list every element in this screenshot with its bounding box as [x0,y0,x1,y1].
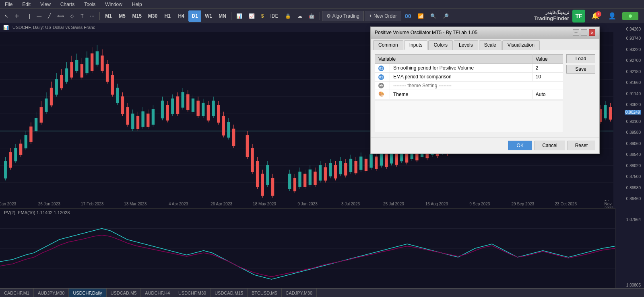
date-label-12: 9 Sep 2023 [469,202,490,206]
dialog-tab-levels[interactable]: Levels [454,40,478,50]
chart-type-btn[interactable]: 📊 [233,10,245,22]
row-var-4: Theme [390,90,533,99]
signal-btn[interactable]: 📶 [415,10,427,22]
dialog-close-btn[interactable]: ✕ [589,29,595,36]
period-m15[interactable]: M15 [129,10,144,22]
price-12: 0.88540 [626,152,641,157]
period-m1[interactable]: M1 [102,10,115,22]
dialog-tab-inputs[interactable]: Inputs [404,40,428,50]
tool-trendline[interactable]: ╱ [45,10,54,22]
row-val-1[interactable]: 2 [532,64,563,73]
tab-usdchf-daily[interactable]: USDCHF,Daily [69,289,106,297]
tool-vline[interactable]: | [26,10,33,22]
tab-cadjpy-m30[interactable]: CADJPY,M30 [282,289,317,297]
period-mn[interactable]: MN [216,10,229,22]
status-indicator [622,12,638,20]
menu-file[interactable]: File [3,1,14,8]
table-row[interactable]: 🎨 Theme Auto [375,90,563,99]
price-10: 0.89580 [626,130,641,135]
menu-tools[interactable]: Tools [83,1,97,8]
period-w1[interactable]: W1 [202,10,215,22]
tool-channel[interactable]: ⟺ [54,10,67,22]
save-btn[interactable]: Save [566,65,595,74]
price-2: 0.93220 [626,47,641,52]
row-icon-1: 01 [375,64,390,73]
menu-charts[interactable]: Charts [59,1,76,8]
price-13: 0.88020 [626,164,641,168]
robot-btn[interactable]: 🤖 [306,10,318,22]
zoom-mag-btn[interactable]: 🔍 [427,10,439,22]
date-label-15: 14 Nov 2023 [605,200,613,208]
brand-arabic: تریدینگ‌فایندر [545,10,569,15]
user-btn[interactable]: 👤 [605,10,619,22]
menu-view[interactable]: View [39,1,52,8]
zoom-out-btn[interactable]: 🔎 [440,10,452,22]
tool-text[interactable]: T [78,10,86,22]
tool-shapes[interactable]: ◇ [68,10,77,22]
indicator-svg [0,209,615,288]
balance-display[interactable]: 00 [402,10,414,22]
dialog-tab-colors[interactable]: Colors [428,40,453,50]
tool-hline[interactable]: — [34,10,44,22]
price-16: 0.86460 [626,197,641,201]
dialog-tab-visualization[interactable]: Visualization [502,40,540,50]
tab-usdcad-m5[interactable]: USDCAD,M5 [107,289,141,297]
tool-more[interactable]: ⋯ [87,10,97,22]
menu-help[interactable]: Help [130,1,144,8]
tab-audchf-h4[interactable]: AUDCHF,H4 [141,289,174,297]
date-label-13: 29 Sep 2023 [511,202,534,206]
var-icon-ab: ab [378,83,384,88]
dialog-title-bar: Positive Volume Oscillator MT5 - By TFLa… [371,27,599,39]
dollar-btn[interactable]: $ [258,10,267,22]
sync-btn[interactable]: ☁ [295,10,305,22]
col-variable: Variable [375,55,533,64]
tab-usdcad-m15[interactable]: USDCAD,M15 [211,289,248,297]
load-btn[interactable]: Load [566,54,595,63]
date-label-14: 23 Oct 2023 [555,202,577,206]
reset-btn[interactable]: Reset [568,141,595,150]
dialog-maximize-btn[interactable]: □ [581,29,587,36]
lock-btn[interactable]: 🔒 [282,10,294,22]
algo-trading-btn[interactable]: ⚙ Algo Trading [322,11,364,21]
brand-logo: TF [572,10,585,23]
price-11: 0.89060 [626,141,641,146]
dialog-window-controls: ─ □ ✕ [572,29,595,36]
indicator-chart[interactable]: PV(2), EMA(10) 1.11402 1.12028 [0,208,615,288]
notification-count: 1 [596,11,601,17]
tab-audjpy-m30[interactable]: AUDJPY,M30 [34,289,69,297]
menu-edit[interactable]: Edit [21,1,32,8]
palette-icon: 🎨 [378,91,385,98]
toolbar: ↖ ✛ | — ╱ ⟺ ◇ T ⋯ M1 M5 M15 M30 H1 H4 D1… [0,9,644,23]
period-h4[interactable]: H4 [175,10,188,22]
ide-btn[interactable]: IDE [268,10,281,22]
row-val-4[interactable]: Auto [532,90,563,99]
row-var-3: -------- theme Setting -------- [390,81,563,90]
ok-btn[interactable]: OK [508,141,532,150]
input-area[interactable] [375,101,563,133]
dialog-tab-scale[interactable]: Scale [479,40,502,50]
period-m30[interactable]: M30 [145,10,160,22]
date-axis: 4 Jan 2023 26 Jan 2023 17 Feb 2023 13 Ma… [0,200,615,208]
table-row[interactable]: 01 EMA period for comparison 10 [375,72,563,81]
row-val-2[interactable]: 10 [532,72,563,81]
menu-window[interactable]: Window [103,1,124,8]
cancel-btn[interactable]: Cancel [535,141,565,150]
dialog-content-row: Variable Value 01 Smoothing period for P… [375,54,595,133]
dialog-minimize-btn[interactable]: ─ [573,29,579,36]
table-row[interactable]: 01 Smoothing period for Positive Volume … [375,64,563,73]
period-m5[interactable]: M5 [116,10,128,22]
tab-cadchf-m1[interactable]: CADCHF,M1 [0,289,34,297]
period-h1[interactable]: H1 [161,10,174,22]
new-order-btn[interactable]: + New Order [365,11,401,21]
tool-crosshair[interactable]: ✛ [12,10,22,22]
tab-usdchf-m30[interactable]: USDCHF,M30 [174,289,211,297]
indicators-btn[interactable]: 📈 [246,10,258,22]
row-var-1: Smoothing period for Positive Volume [390,64,533,73]
dialog-tabs: Common Inputs Colors Levels Scale Visual… [371,39,599,50]
price-7: 0.90620 [626,102,641,107]
tab-btcusd-m5[interactable]: BTCUSD,M5 [248,289,282,297]
tool-cursor[interactable]: ↖ [2,10,11,22]
dialog-tab-common[interactable]: Common [373,40,403,50]
date-label-1: 4 Jan 2023 [0,202,16,206]
period-d1[interactable]: D1 [188,10,201,22]
